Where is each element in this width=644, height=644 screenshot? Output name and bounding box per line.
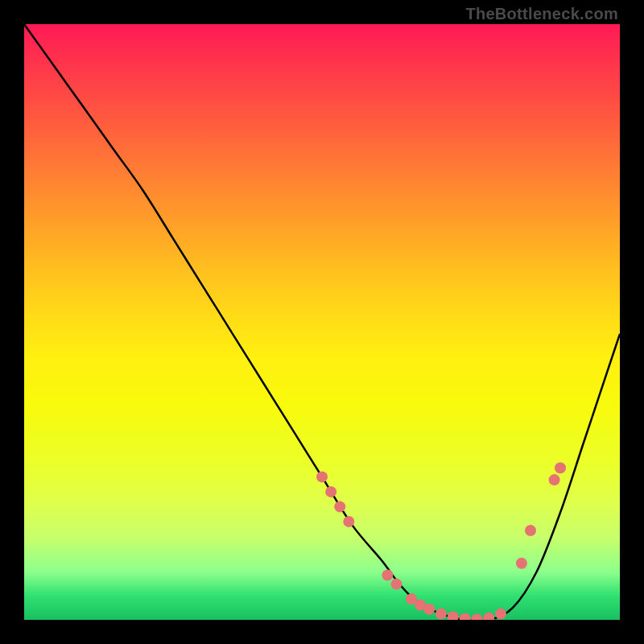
curve-layer [24,24,620,620]
marker-dot [525,525,536,536]
attribution-label: TheBottleneck.com [465,5,618,23]
marker-dot [495,609,506,620]
marker-dot [516,558,527,569]
marker-dot [334,501,345,512]
plot-area [24,24,620,620]
marker-dot [471,613,482,620]
marker-dot [460,613,471,621]
marker-dot [325,486,336,497]
marker-dot [391,579,402,590]
marker-dot [316,471,328,482]
chart-container: TheBottleneck.com [0,0,644,644]
marker-dots [316,462,566,620]
marker-dot [436,609,447,620]
marker-dot [343,516,354,527]
marker-dot [448,611,459,620]
marker-dot [549,474,560,485]
marker-dot [555,462,566,473]
marker-dot [382,570,393,581]
marker-dot [423,604,435,615]
marker-dot [483,613,494,620]
